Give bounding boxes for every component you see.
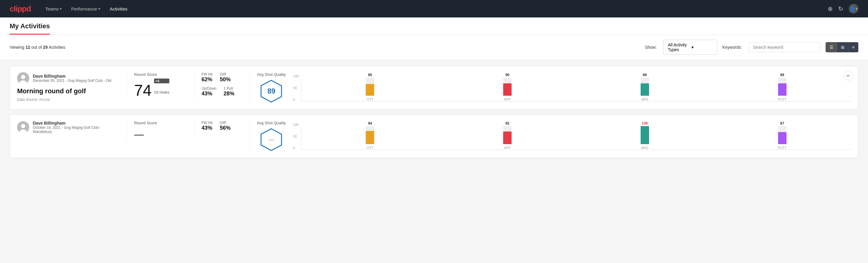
navbar: clippd Teams ▾ Performance ▾ Activities … [0, 0, 868, 18]
score-number: 74 [134, 83, 152, 98]
user-name-2: Dave Billingham [33, 121, 119, 125]
svg-point-1 [21, 75, 25, 79]
bar-col-arg: 89 ARG [578, 73, 711, 101]
hexagon-container-2: — [257, 127, 286, 152]
stat-1putt: 1 Putt 28% [223, 86, 234, 97]
bar-wrapper-ott [366, 78, 374, 96]
hexagon-value-2: — [269, 137, 274, 143]
nav-activities[interactable]: Activities [110, 1, 127, 17]
user-date: December 05, 2021 - Gog Magog Golf Club … [33, 79, 111, 83]
add-icon[interactable]: ⊕ [828, 5, 833, 12]
svg-point-5 [21, 124, 25, 128]
activity-card: Dave Billingham December 05, 2021 - Gog … [10, 66, 858, 110]
bar-chart: 100 50 0 85 OTT [293, 74, 851, 101]
bar-fill-ott [366, 84, 374, 95]
bar-chart-2: 100 50 0 94 OTT 92 [293, 123, 851, 150]
activity-type-chevron-icon: ▾ [691, 45, 713, 50]
show-label: Show: [645, 45, 657, 50]
avg-shot-quality-label-2: Avg Shot Quality [257, 121, 286, 125]
card-stats-2: FW Hit 43% GIR 56% [194, 121, 242, 135]
teams-chevron-icon: ▾ [60, 7, 62, 11]
bar-wrapper-app [503, 78, 512, 96]
viewing-count-text: Viewing 12 out of 29 Activities [10, 45, 65, 50]
avatar-2 [17, 121, 29, 133]
card-left: Dave Billingham December 05, 2021 - Gog … [17, 72, 119, 102]
stat-updown: Up/Down 43% [202, 86, 216, 97]
quality-left: Avg Shot Quality 89 [257, 72, 286, 103]
score-main: 74 +4 18 Holes [134, 79, 187, 98]
card-quality-2: Avg Shot Quality — 100 50 0 [249, 121, 851, 152]
search-input[interactable] [749, 42, 821, 52]
list-compact-view-button[interactable]: ≡ [848, 42, 858, 52]
logo[interactable]: clippd [10, 4, 31, 13]
page-header: My Activities [0, 18, 868, 35]
round-score-label-2: Round Score [134, 121, 187, 125]
bar-fill-app [503, 83, 512, 96]
stat-gir: GIR 50% [220, 72, 231, 83]
bar-col-putt-2: 87 PUTT [716, 121, 848, 150]
edit-button[interactable]: ✏ [844, 71, 853, 81]
main-content: Dave Billingham December 05, 2021 - Gog … [0, 60, 868, 169]
activity-title: Morning round of golf [17, 87, 119, 95]
stat-gir-2: GIR 56% [220, 121, 231, 131]
avatar [17, 72, 29, 84]
user-icon: 👤 [850, 6, 856, 12]
user-info-2: Dave Billingham October 16, 2021 - Gog M… [33, 121, 119, 134]
user-date-2: October 16, 2021 - Gog Magog Golf Club -… [33, 125, 119, 134]
card-user: Dave Billingham December 05, 2021 - Gog … [17, 72, 119, 84]
grid-view-button[interactable]: ⊞ [837, 42, 848, 52]
user-chevron-icon: ▾ [856, 7, 858, 11]
bar-wrapper-arg [641, 78, 649, 96]
hexagon: 89 [259, 79, 283, 103]
bar-col-putt: 89 PUTT [716, 73, 848, 101]
score-badge: +4 [154, 79, 169, 83]
bar-chart-yaxis: 100 50 0 [293, 74, 299, 101]
bar-chart-yaxis-2: 100 50 0 [293, 123, 299, 150]
stat-row-1: FW Hit 62% GIR 50% [202, 72, 242, 83]
round-score-label: Round Score [134, 72, 187, 77]
avg-shot-quality-label: Avg Shot Quality [257, 72, 286, 77]
bar-col-ott-2: 94 OTT [304, 121, 436, 150]
bar-col-app-2: 92 APP [441, 121, 574, 150]
stat-fw-hit-2: FW Hit 43% [202, 121, 213, 131]
nav-teams[interactable]: Teams ▾ [45, 1, 62, 17]
refresh-icon[interactable]: ↻ [838, 5, 843, 12]
card-score: Round Score 74 +4 18 Holes [127, 72, 187, 98]
user-name: Dave Billingham [33, 74, 111, 79]
activity-card-2: Dave Billingham October 16, 2021 - Gog M… [10, 114, 858, 158]
card-quality: Avg Shot Quality 89 100 50 0 [249, 72, 851, 103]
stat-row-2: Up/Down 43% 1 Putt 28% [202, 86, 242, 97]
navbar-right: ⊕ ↻ 👤 ▾ [828, 4, 858, 13]
bar-fill-putt [778, 83, 786, 95]
bar-col-app: 90 APP [441, 73, 574, 101]
keywords-label: Keywords: [722, 45, 742, 50]
bar-col-arg-2: 106 ARG [578, 121, 711, 150]
hexagon-value: 89 [268, 87, 276, 95]
performance-chevron-icon: ▾ [98, 7, 100, 11]
bar-col-ott: 85 OTT [304, 73, 436, 101]
stat-row-2-1: FW Hit 43% GIR 56% [202, 121, 242, 131]
card-stats: FW Hit 62% GIR 50% Up/Down 43% 1 Putt 28… [194, 72, 242, 100]
user-avatar-button[interactable]: 👤 ▾ [849, 4, 858, 13]
data-source: Data Source: Arccos [17, 97, 119, 102]
quality-left-2: Avg Shot Quality — [257, 121, 286, 152]
bar-wrapper-putt [778, 78, 786, 96]
activity-type-select[interactable]: All Activity Types ▾ [663, 40, 717, 55]
nav-performance[interactable]: Performance ▾ [71, 1, 100, 17]
hexagon-container: 89 [257, 79, 286, 103]
card-user-2: Dave Billingham October 16, 2021 - Gog M… [17, 121, 119, 134]
view-toggle-group: ☰ ⊞ ≡ [826, 42, 858, 52]
card-score-2: Round Score — [127, 121, 187, 141]
score-number-2: — [134, 127, 144, 141]
list-dense-view-button[interactable]: ☰ [826, 42, 837, 52]
filter-bar: Viewing 12 out of 29 Activities Show: Al… [0, 35, 868, 60]
stat-fw-hit: FW Hit 62% [202, 72, 213, 83]
hexagon-2: — [259, 127, 283, 152]
user-info: Dave Billingham December 05, 2021 - Gog … [33, 74, 111, 83]
score-main-2: — [134, 127, 187, 141]
bar-fill-arg [641, 83, 649, 95]
score-holes: 18 Holes [154, 90, 169, 94]
page-title: My Activities [10, 22, 50, 35]
card-left-2: Dave Billingham October 16, 2021 - Gog M… [17, 121, 119, 137]
